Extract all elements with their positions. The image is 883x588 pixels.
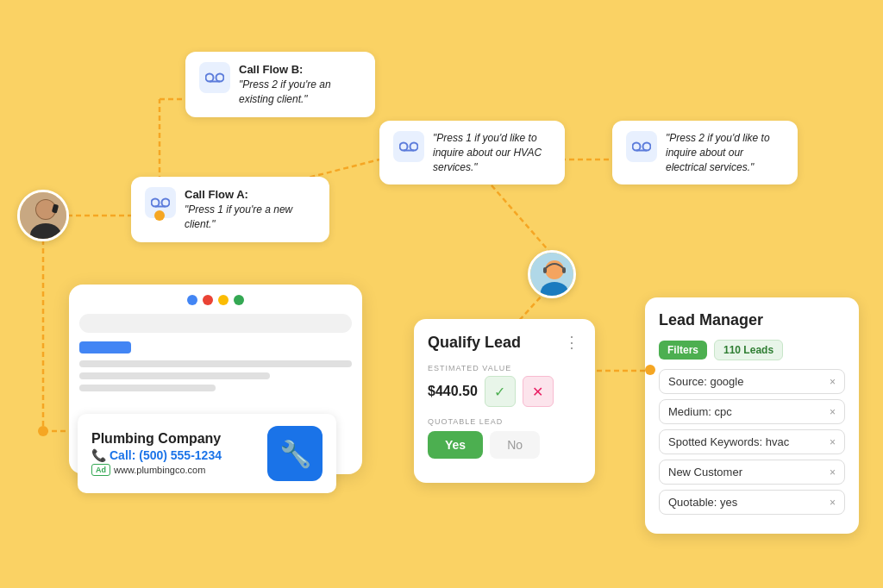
agent-avatar: [528, 250, 576, 298]
no-button[interactable]: No: [490, 431, 540, 459]
browser-dots: [79, 295, 352, 305]
browser-cta-btn: [79, 341, 131, 353]
browser-content-lines: [79, 360, 352, 391]
svg-point-16: [400, 143, 408, 151]
filter-tag-3: New Customer×: [659, 460, 845, 485]
press2-electrical-quote: "Press 2 if you'd like to inquire about …: [666, 132, 770, 173]
qualify-lead-card[interactable]: Qualify Lead ⋮ ESTIMATED VALUE $440.50 ✓…: [414, 319, 595, 483]
dot-yellow: [218, 295, 229, 305]
dot-green: [234, 295, 244, 305]
check-button[interactable]: ✓: [485, 376, 516, 407]
svg-point-13: [152, 199, 160, 207]
ad-phone: 📞 Call: (500) 555-1234: [91, 448, 255, 462]
browser-line-3: [79, 385, 216, 391]
voicemail-icon-electrical: [626, 131, 657, 162]
voicemail-icon-hvac: [393, 131, 424, 162]
filter-tag-remove-4[interactable]: ×: [830, 497, 836, 509]
svg-rect-31: [562, 267, 566, 273]
junction-dot-3: [645, 365, 655, 375]
ad-company-name: Plumbing Company: [91, 431, 255, 447]
quotable-lead-label: QUOTABLE LEAD: [428, 417, 581, 426]
qualify-header: Qualify Lead ⋮: [428, 333, 581, 352]
qualify-menu-dots[interactable]: ⋮: [564, 333, 581, 352]
wrench-emoji: 🔧: [279, 439, 311, 469]
svg-point-14: [162, 199, 170, 207]
press1-hvac-quote: "Press 1 if you'd like to inquire about …: [433, 132, 542, 173]
filter-tag-remove-1[interactable]: ×: [830, 406, 836, 418]
svg-point-11: [216, 74, 224, 82]
press1-hvac-text: "Press 1 if you'd like to inquire about …: [433, 131, 551, 174]
press2-electrical-text: "Press 2 if you'd like to inquire about …: [666, 131, 784, 174]
svg-point-10: [206, 74, 214, 82]
svg-point-20: [643, 143, 651, 151]
filter-tag-4: Quotable: yes×: [659, 490, 845, 515]
quotable-lead-field: QUOTABLE LEAD Yes No: [428, 417, 581, 459]
plumber-icon: 🔧: [267, 426, 323, 481]
leads-count-badge: 110 Leads: [714, 340, 783, 360]
lead-manager-card: Lead Manager Filters 110 Leads Source: g…: [645, 297, 859, 534]
filter-tags-container: Source: google×Medium: cpc×Spotted Keywo…: [659, 369, 845, 515]
estimated-value-field: ESTIMATED VALUE $440.50 ✓ ✕: [428, 364, 581, 407]
filter-tag-remove-3[interactable]: ×: [830, 466, 836, 479]
ad-badge: Ad: [91, 464, 110, 476]
estimated-value-label: ESTIMATED VALUE: [428, 364, 581, 372]
caller-avatar: [17, 190, 69, 241]
ad-card: Plumbing Company 📞 Call: (500) 555-1234 …: [78, 414, 336, 493]
browser-line-2: [79, 372, 270, 379]
filter-tag-text-4: Quotable: yes: [668, 496, 737, 509]
svg-rect-30: [543, 267, 547, 273]
filter-tag-remove-2[interactable]: ×: [830, 436, 836, 448]
reject-button[interactable]: ✕: [523, 376, 554, 407]
browser-address-bar: [79, 314, 352, 333]
dot-red: [203, 295, 213, 305]
filter-tag-text-2: Spotted Keywords: hvac: [668, 435, 789, 448]
call-flow-b-text: Call Flow B: "Press 2 if you're an exist…: [239, 62, 361, 107]
call-flow-a-quote: "Press 1 if you're a new client.": [185, 203, 292, 230]
call-flow-a-card: Call Flow A: "Press 1 if you're a new cl…: [131, 177, 329, 242]
call-flow-b-title: Call Flow B:: [239, 63, 303, 76]
press2-electrical-card: "Press 2 if you'd like to inquire about …: [612, 121, 798, 185]
svg-point-17: [410, 143, 418, 151]
junction-dot-1: [38, 426, 48, 436]
filter-tag-0: Source: google×: [659, 369, 845, 394]
filter-tag-text-1: Medium: cpc: [668, 405, 732, 418]
filter-tag-2: Spotted Keywords: hvac×: [659, 429, 845, 454]
call-flow-a-title: Call Flow A:: [185, 188, 248, 201]
junction-dot-2: [154, 210, 165, 221]
estimated-value: $440.50: [428, 384, 478, 399]
yes-button[interactable]: Yes: [428, 431, 483, 459]
filters-row: Filters 110 Leads: [659, 340, 845, 360]
browser-line-1: [79, 360, 352, 367]
phone-icon: 📞: [91, 448, 106, 462]
press1-hvac-card: "Press 1 if you'd like to inquire about …: [379, 121, 565, 185]
call-flow-b-card: Call Flow B: "Press 2 if you're an exist…: [185, 52, 375, 117]
ad-phone-number: Call: (500) 555-1234: [110, 448, 222, 462]
qualify-lead-title: Qualify Lead: [428, 334, 521, 352]
filter-tag-1: Medium: cpc×: [659, 399, 845, 424]
lead-manager-title: Lead Manager: [659, 311, 845, 329]
svg-point-19: [633, 143, 641, 151]
ad-card-text: Plumbing Company 📞 Call: (500) 555-1234 …: [91, 431, 255, 476]
svg-line-5: [492, 185, 552, 254]
call-flow-a-text: Call Flow A: "Press 1 if you're a new cl…: [185, 187, 316, 232]
ad-url-row: Ad www.plumbingco.com: [91, 464, 255, 476]
quotable-buttons: Yes No: [428, 431, 581, 459]
filter-tag-text-3: New Customer: [668, 466, 742, 479]
dot-blue: [187, 295, 197, 305]
voicemail-icon-b: [199, 62, 230, 93]
filters-button[interactable]: Filters: [659, 341, 707, 360]
ad-url: www.plumbingco.com: [114, 465, 205, 475]
filter-tag-text-0: Source: google: [668, 375, 743, 388]
filter-tag-remove-0[interactable]: ×: [830, 376, 836, 388]
call-flow-b-quote: "Press 2 if you're an existing client.": [239, 78, 331, 105]
